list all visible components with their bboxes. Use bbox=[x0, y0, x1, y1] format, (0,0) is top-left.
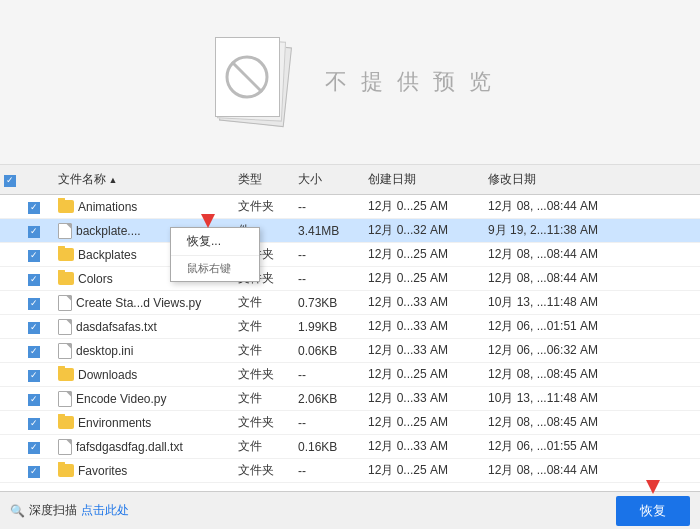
row-checkbox[interactable] bbox=[24, 197, 54, 216]
svg-line-1 bbox=[232, 62, 262, 92]
filename-text: backplate.... bbox=[76, 224, 141, 238]
row-created-6: 12月 0...33 AM bbox=[364, 340, 484, 361]
context-menu-arrow bbox=[201, 214, 215, 228]
no-preview-container: 不 提 供 预 览 bbox=[205, 32, 495, 132]
row-checkbox[interactable] bbox=[24, 221, 54, 240]
filename-text: Create Sta...d Views.py bbox=[76, 296, 201, 310]
folder-icon bbox=[58, 272, 74, 285]
row-modified-7: 12月 08, ...08:45 AM bbox=[484, 364, 604, 385]
deep-scan-link[interactable]: 点击此处 bbox=[81, 502, 129, 519]
row-checkbox[interactable] bbox=[24, 413, 54, 432]
row-created-5: 12月 0...33 AM bbox=[364, 316, 484, 337]
row-size-8: 2.06KB bbox=[294, 390, 364, 408]
header-type: 类型 bbox=[234, 169, 294, 190]
filename-text: Backplates bbox=[78, 248, 137, 262]
row-created-9: 12月 0...25 AM bbox=[364, 412, 484, 433]
row-check-5[interactable] bbox=[28, 322, 40, 334]
row-type-11: 文件夹 bbox=[234, 460, 294, 481]
row-size-3: -- bbox=[294, 270, 364, 288]
row-checkbox[interactable] bbox=[24, 437, 54, 456]
filename-text: Animations bbox=[78, 200, 137, 214]
filename-text: Environments bbox=[78, 416, 151, 430]
table-row[interactable]: Downloads 文件夹 -- 12月 0...25 AM 12月 08, .… bbox=[0, 363, 700, 387]
row-created-8: 12月 0...33 AM bbox=[364, 388, 484, 409]
row-modified-8: 10月 13, ...11:48 AM bbox=[484, 388, 604, 409]
row-size-6: 0.06KB bbox=[294, 342, 364, 360]
row-size-2: -- bbox=[294, 246, 364, 264]
folder-icon bbox=[58, 416, 74, 429]
row-check-8[interactable] bbox=[28, 394, 40, 406]
row-spacer bbox=[0, 469, 24, 473]
row-spacer bbox=[0, 349, 24, 353]
file-icon bbox=[58, 295, 72, 311]
row-size-5: 1.99KB bbox=[294, 318, 364, 336]
table-body: Animations 文件夹 -- 12月 0...25 AM 12月 08, … bbox=[0, 195, 700, 491]
table-row[interactable]: dasdafsafas.txt 文件 1.99KB 12月 0...33 AM … bbox=[0, 315, 700, 339]
row-checkbox[interactable] bbox=[24, 269, 54, 288]
table-row[interactable]: Create Sta...d Views.py 文件 0.73KB 12月 0.… bbox=[0, 291, 700, 315]
row-filename-0: Animations bbox=[54, 198, 234, 216]
row-checkbox[interactable] bbox=[24, 293, 54, 312]
row-check-11[interactable] bbox=[28, 466, 40, 478]
row-type-6: 文件 bbox=[234, 340, 294, 361]
row-spacer bbox=[0, 253, 24, 257]
row-checkbox[interactable] bbox=[24, 245, 54, 264]
row-created-11: 12月 0...25 AM bbox=[364, 460, 484, 481]
row-checkbox[interactable] bbox=[24, 461, 54, 480]
row-check-4[interactable] bbox=[28, 298, 40, 310]
row-spacer bbox=[0, 373, 24, 377]
row-check-7[interactable] bbox=[28, 370, 40, 382]
row-checkbox[interactable] bbox=[24, 317, 54, 336]
table-row-selected[interactable]: backplate.... 件 3.41MB 12月 0...32 AM 9月 … bbox=[0, 219, 700, 243]
folder-icon bbox=[58, 368, 74, 381]
context-menu: 恢复... 鼠标右键 bbox=[170, 227, 260, 282]
row-check-9[interactable] bbox=[28, 418, 40, 430]
table-row[interactable]: fafsdgasdfag.dall.txt 文件 0.16KB 12月 0...… bbox=[0, 435, 700, 459]
deep-scan-label: 深度扫描 bbox=[29, 502, 77, 519]
row-created-4: 12月 0...33 AM bbox=[364, 292, 484, 313]
row-size-1: 3.41MB bbox=[294, 222, 364, 240]
table-row[interactable]: desktop.ini 文件 0.06KB 12月 0...33 AM 12月 … bbox=[0, 339, 700, 363]
row-size-10: 0.16KB bbox=[294, 438, 364, 456]
row-check-10[interactable] bbox=[28, 442, 40, 454]
restore-button[interactable]: 恢复 bbox=[616, 496, 690, 526]
row-checkbox[interactable] bbox=[24, 389, 54, 408]
row-check-1[interactable] bbox=[28, 226, 40, 238]
row-spacer bbox=[0, 397, 24, 401]
row-type-5: 文件 bbox=[234, 316, 294, 337]
file-icon bbox=[58, 439, 72, 455]
header-filename[interactable]: 文件名称 bbox=[54, 169, 234, 190]
table-row[interactable]: Backplates 文件夹 -- 12月 0...25 AM 12月 08, … bbox=[0, 243, 700, 267]
row-filename-5: dasdafsafas.txt bbox=[54, 317, 234, 337]
row-modified-1: 9月 19, 2...11:38 AM bbox=[484, 220, 604, 241]
folder-icon bbox=[58, 464, 74, 477]
circle-slash-icon bbox=[222, 52, 272, 102]
restore-arrow-icon bbox=[646, 480, 660, 494]
header-checkbox-col[interactable] bbox=[0, 170, 24, 189]
row-checkbox[interactable] bbox=[24, 341, 54, 360]
row-check-6[interactable] bbox=[28, 346, 40, 358]
table-row[interactable]: Colors 文件夹 -- 12月 0...25 AM 12月 08, ...0… bbox=[0, 267, 700, 291]
filename-text: Colors bbox=[78, 272, 113, 286]
context-menu-hint: 鼠标右键 bbox=[171, 255, 259, 281]
row-created-7: 12月 0...25 AM bbox=[364, 364, 484, 385]
row-modified-6: 12月 06, ...06:32 AM bbox=[484, 340, 604, 361]
row-check-0[interactable] bbox=[28, 202, 40, 214]
file-icon bbox=[58, 223, 72, 239]
table-row[interactable]: Encode Video.py 文件 2.06KB 12月 0...33 AM … bbox=[0, 387, 700, 411]
row-modified-11: 12月 08, ...08:44 AM bbox=[484, 460, 604, 481]
row-check-3[interactable] bbox=[28, 274, 40, 286]
filename-text: Favorites bbox=[78, 464, 127, 478]
select-all-checkbox[interactable] bbox=[4, 175, 16, 187]
table-row[interactable]: Favorites 文件夹 -- 12月 0...25 AM 12月 08, .… bbox=[0, 459, 700, 483]
row-check-2[interactable] bbox=[28, 250, 40, 262]
row-type-7: 文件夹 bbox=[234, 364, 294, 385]
header-created: 创建日期 bbox=[364, 169, 484, 190]
row-checkbox[interactable] bbox=[24, 365, 54, 384]
row-type-8: 文件 bbox=[234, 388, 294, 409]
context-menu-restore[interactable]: 恢复... bbox=[171, 228, 259, 255]
table-row[interactable]: Animations 文件夹 -- 12月 0...25 AM 12月 08, … bbox=[0, 195, 700, 219]
table-row[interactable]: Environments 文件夹 -- 12月 0...25 AM 12月 08… bbox=[0, 411, 700, 435]
row-modified-2: 12月 08, ...08:44 AM bbox=[484, 244, 604, 265]
row-created-3: 12月 0...25 AM bbox=[364, 268, 484, 289]
